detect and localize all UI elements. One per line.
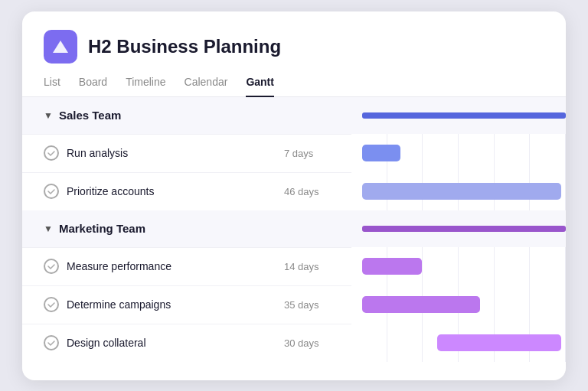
gantt-row-measure-performance — [351, 247, 566, 285]
gantt-bars-panel — [351, 97, 566, 362]
gantt-bar-run-analysis — [362, 145, 400, 161]
task-check-icon — [44, 259, 59, 274]
tab-bar: List Board Timeline Calendar Gantt — [22, 76, 566, 97]
task-check-icon — [44, 297, 59, 312]
task-design-collateral[interactable]: Design collateral 30 days — [22, 324, 351, 362]
task-days-prioritize-accounts: 46 days — [284, 186, 330, 197]
main-card: H2 Business Planning List Board Timeline… — [22, 11, 566, 380]
gantt-bar-determine-campaigns — [362, 296, 480, 313]
task-check-icon — [44, 335, 59, 350]
chevron-down-icon: ▼ — [44, 110, 53, 121]
task-days-measure-performance: 14 days — [284, 261, 330, 272]
gantt-row-determine-campaigns — [351, 285, 566, 324]
tab-gantt[interactable]: Gantt — [246, 76, 274, 97]
svg-marker-0 — [53, 41, 68, 53]
group-sales-label: Sales Team — [59, 109, 121, 122]
gantt-group-sales — [351, 97, 566, 134]
task-name-determine-campaigns: Determine campaigns — [67, 298, 284, 311]
tab-board[interactable]: Board — [79, 76, 107, 97]
tab-list[interactable]: List — [44, 76, 60, 97]
chevron-down-icon: ▼ — [44, 223, 53, 234]
task-days-design-collateral: 30 days — [284, 337, 330, 349]
group-sales[interactable]: ▼ Sales Team — [22, 97, 351, 134]
gantt-bar-marketing-group — [362, 226, 566, 232]
app-title: H2 Business Planning — [88, 36, 281, 57]
task-determine-campaigns[interactable]: Determine campaigns 35 days — [22, 285, 351, 324]
group-marketing-label: Marketing Team — [59, 222, 145, 235]
task-name-prioritize-accounts: Prioritize accounts — [67, 185, 284, 197]
app-logo — [44, 30, 77, 64]
task-name-measure-performance: Measure performance — [67, 260, 284, 272]
gantt-bar-design-collateral — [437, 334, 561, 351]
task-measure-performance[interactable]: Measure performance 14 days — [22, 247, 351, 285]
task-list-panel: ▼ Sales Team Run analysis 7 days — [22, 97, 351, 362]
task-run-analysis[interactable]: Run analysis 7 days — [22, 134, 351, 172]
task-name-run-analysis: Run analysis — [67, 147, 284, 159]
gantt-row-run-analysis — [351, 134, 566, 172]
gantt-bar-sales-group — [362, 112, 566, 119]
gantt-bar-measure-performance — [362, 258, 422, 275]
gantt-group-marketing — [351, 210, 566, 247]
tab-timeline[interactable]: Timeline — [126, 76, 165, 97]
task-days-determine-campaigns: 35 days — [284, 299, 330, 311]
task-name-design-collateral: Design collateral — [67, 337, 284, 349]
task-check-icon — [44, 184, 59, 199]
gantt-content: ▼ Sales Team Run analysis 7 days — [22, 97, 566, 362]
tab-calendar[interactable]: Calendar — [185, 76, 228, 97]
group-marketing[interactable]: ▼ Marketing Team — [22, 210, 351, 247]
gantt-row-prioritize-accounts — [351, 172, 566, 210]
app-header: H2 Business Planning — [22, 30, 566, 76]
gantt-row-design-collateral — [351, 324, 566, 362]
gantt-bar-prioritize-accounts — [362, 183, 561, 200]
task-prioritize-accounts[interactable]: Prioritize accounts 46 days — [22, 172, 351, 210]
task-days-run-analysis: 7 days — [284, 148, 330, 159]
task-check-icon — [44, 145, 59, 161]
